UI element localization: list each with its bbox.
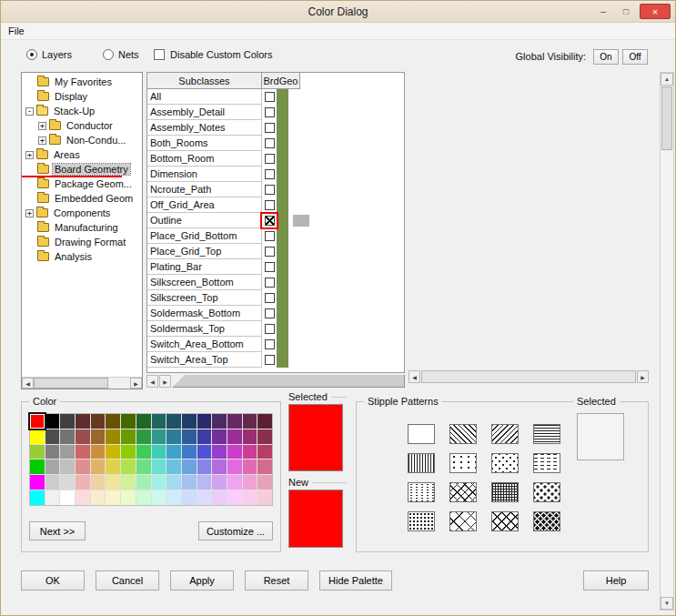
- expand-icon[interactable]: +: [25, 151, 34, 159]
- stipple-diagonal-back-swatch[interactable]: [449, 424, 477, 444]
- scroll-up-icon[interactable]: ▲: [661, 73, 673, 86]
- color-swatch[interactable]: [243, 490, 257, 505]
- subclass-visibility-checkbox[interactable]: [265, 308, 275, 318]
- stipple-diamond-outline-swatch[interactable]: [449, 511, 477, 531]
- subclass-color-swatch[interactable]: [277, 321, 288, 337]
- vertical-scrollbar[interactable]: ▲ ▼: [660, 72, 674, 611]
- subclass-color-swatch[interactable]: [277, 213, 288, 228]
- color-swatch[interactable]: [182, 459, 197, 474]
- global-visibility-off-button[interactable]: Off: [622, 49, 648, 65]
- subclass-visibility-checkbox[interactable]: [265, 123, 275, 133]
- color-swatch[interactable]: [227, 445, 242, 459]
- stipple-vertical-lines-swatch[interactable]: [408, 453, 435, 473]
- color-swatch[interactable]: [182, 475, 197, 490]
- color-swatch[interactable]: [257, 445, 272, 459]
- color-swatch[interactable]: [182, 445, 197, 459]
- subclass-color-swatch[interactable]: [277, 290, 288, 306]
- color-swatch[interactable]: [121, 429, 136, 444]
- hide-palette-button[interactable]: Hide Palette: [319, 571, 392, 591]
- subclass-color-swatch[interactable]: [277, 352, 288, 368]
- color-swatch[interactable]: [257, 429, 272, 444]
- color-swatch[interactable]: [106, 414, 120, 429]
- color-swatch[interactable]: [152, 429, 166, 444]
- subclass-visibility-checkbox[interactable]: [265, 169, 275, 179]
- subclass-visibility-checkbox[interactable]: [265, 293, 275, 303]
- color-swatch[interactable]: [166, 414, 181, 429]
- color-swatch[interactable]: [257, 490, 272, 505]
- help-button[interactable]: Help: [583, 571, 649, 591]
- scroll-left-icon[interactable]: ◀: [22, 378, 34, 389]
- subclass-sheet-tab[interactable]: [172, 375, 405, 388]
- reset-button[interactable]: Reset: [245, 571, 308, 591]
- color-swatch[interactable]: [136, 459, 151, 474]
- subclass-color-swatch[interactable]: [277, 182, 288, 197]
- color-swatch[interactable]: [152, 490, 166, 505]
- color-swatch[interactable]: [136, 429, 151, 444]
- tree-item-package-geom[interactable]: Package Geom...: [22, 177, 142, 191]
- color-swatch[interactable]: [121, 475, 136, 490]
- menu-file[interactable]: File: [8, 25, 25, 36]
- color-swatch[interactable]: [106, 475, 120, 490]
- nets-radio[interactable]: Nets: [103, 49, 139, 60]
- subclass-color-swatch[interactable]: [277, 136, 288, 151]
- subclass-visibility-checkbox[interactable]: [265, 231, 275, 241]
- tree-item-analysis[interactable]: Analysis: [22, 249, 142, 264]
- layers-radio[interactable]: Layers: [26, 49, 72, 60]
- color-swatch[interactable]: [166, 490, 181, 505]
- tree-item-manufacturing[interactable]: Manufacturing: [22, 220, 142, 235]
- subclass-color-swatch[interactable]: [277, 197, 288, 213]
- color-swatch[interactable]: [197, 414, 212, 429]
- color-swatch[interactable]: [136, 490, 151, 505]
- tree-item-non-condu[interactable]: +Non-Condu...: [22, 133, 142, 147]
- stipple-diamond-crosshatch-swatch[interactable]: [491, 511, 519, 531]
- color-swatch[interactable]: [152, 414, 166, 429]
- color-swatch[interactable]: [166, 445, 181, 459]
- color-swatch[interactable]: [212, 445, 227, 459]
- color-swatch[interactable]: [30, 414, 45, 429]
- stipple-horizontal-lines-swatch[interactable]: [533, 424, 560, 444]
- color-swatch[interactable]: [91, 459, 106, 474]
- next-button[interactable]: Next >>: [29, 521, 86, 540]
- color-swatch[interactable]: [227, 459, 242, 474]
- expand-icon[interactable]: +: [38, 122, 46, 130]
- color-swatch[interactable]: [106, 445, 120, 459]
- subclass-color-swatch[interactable]: [277, 151, 288, 167]
- stipple-solid-blank-swatch[interactable]: [408, 424, 435, 444]
- subclass-color-swatch[interactable]: [277, 105, 288, 120]
- color-swatch[interactable]: [166, 459, 181, 474]
- color-swatch[interactable]: [152, 459, 166, 474]
- color-swatch[interactable]: [91, 475, 106, 490]
- scrollbar-thumb[interactable]: [421, 370, 636, 383]
- tree-item-conductor[interactable]: +Conductor: [22, 118, 142, 133]
- stipple-polka-dots-swatch[interactable]: [533, 482, 560, 502]
- subclass-visibility-checkbox[interactable]: [265, 216, 275, 226]
- close-icon[interactable]: ×: [640, 4, 671, 19]
- color-swatch[interactable]: [60, 414, 75, 429]
- tree-item-stack-up[interactable]: -Stack-Up: [22, 104, 142, 118]
- tree-item-display[interactable]: Display: [22, 89, 142, 104]
- color-swatch[interactable]: [212, 490, 227, 505]
- tree-item-my-favorites[interactable]: My Favorites: [22, 75, 142, 89]
- color-swatch[interactable]: [91, 445, 106, 459]
- color-swatch[interactable]: [182, 414, 197, 429]
- color-swatch[interactable]: [30, 490, 45, 505]
- subclass-color-swatch[interactable]: [277, 120, 288, 136]
- apply-button[interactable]: Apply: [170, 571, 234, 591]
- subclass-visibility-checkbox[interactable]: [265, 324, 275, 334]
- color-swatch[interactable]: [243, 429, 257, 444]
- color-swatch[interactable]: [197, 429, 212, 444]
- subclass-color-swatch[interactable]: [277, 167, 288, 182]
- subclass-color-swatch[interactable]: [277, 244, 288, 259]
- color-swatch[interactable]: [212, 459, 227, 474]
- tree-horizontal-scrollbar[interactable]: ◀ ▶: [22, 377, 142, 389]
- scroll-down-icon[interactable]: ▼: [661, 597, 673, 610]
- color-swatch[interactable]: [257, 475, 272, 490]
- subclass-color-swatch[interactable]: [277, 228, 288, 244]
- color-swatch[interactable]: [121, 459, 136, 474]
- color-swatch[interactable]: [197, 475, 212, 490]
- minimize-icon[interactable]: –: [594, 4, 612, 19]
- stipple-dashed-lines-swatch[interactable]: [533, 453, 560, 473]
- color-swatch[interactable]: [76, 475, 90, 490]
- color-swatch[interactable]: [197, 459, 212, 474]
- subclass-visibility-checkbox[interactable]: [265, 247, 275, 257]
